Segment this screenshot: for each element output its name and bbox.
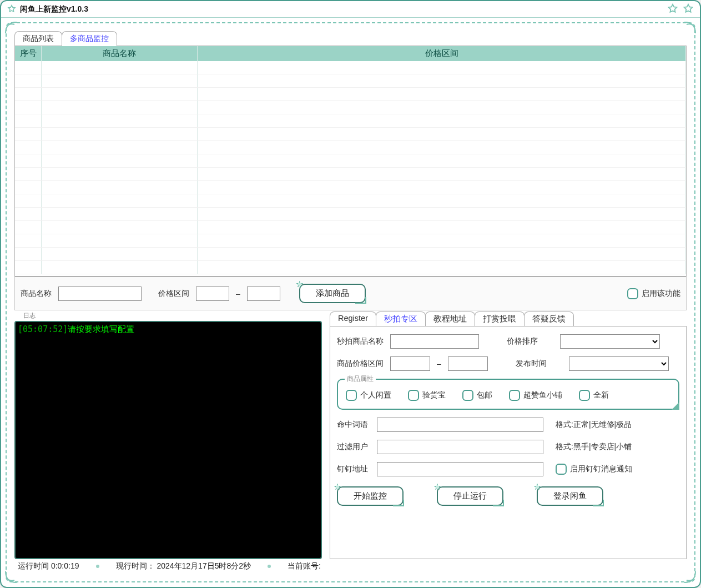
sub-tab-1[interactable]: 秒拍专区: [376, 311, 426, 326]
blocked-input[interactable]: [377, 440, 543, 454]
dingding-enable-label: 启用钉钉消息通知: [570, 464, 632, 474]
price-min-input[interactable]: [196, 287, 229, 301]
snap-name-input[interactable]: [390, 334, 479, 349]
price-max-input[interactable]: [247, 287, 280, 301]
snap-price-min-input[interactable]: [390, 356, 430, 371]
dash: –: [437, 359, 441, 368]
now-value: 2024年12月17日5时8分2秒: [157, 561, 251, 570]
runtime-value: 0:0:0:19: [51, 561, 79, 570]
runtime-label: 运行时间: [18, 561, 49, 570]
filter-label: 个人闲置: [360, 390, 391, 400]
checkbox-icon: [556, 464, 567, 475]
table-row[interactable]: [15, 74, 686, 88]
checkbox-icon: [509, 390, 520, 401]
table-row[interactable]: [15, 181, 686, 194]
table-row[interactable]: [15, 208, 686, 221]
titlebar: 闲鱼上新监控v1.0.3: [1, 1, 700, 18]
sub-tab-2[interactable]: 教程地址: [425, 311, 475, 326]
table-row[interactable]: [15, 194, 686, 208]
name-label: 商品名称: [21, 289, 52, 299]
enable-feature-checkbox[interactable]: 启用该功能: [627, 288, 680, 299]
sub-tab-3[interactable]: 打赏投喂: [475, 311, 525, 326]
table-row[interactable]: [15, 88, 686, 101]
table-row[interactable]: [15, 141, 686, 154]
form-row-dingding: 钉钉地址 启用钉钉消息通知: [337, 462, 679, 476]
sub-tab-0[interactable]: Register: [330, 311, 376, 326]
filter-label: 包邮: [477, 390, 492, 400]
filter-group: 商品属性 个人闲置验货宝包邮超赞鱼小铺全新: [337, 379, 679, 410]
sort-select[interactable]: [560, 334, 660, 349]
keyword-hint: 格式:正常|无维修|极品: [556, 420, 632, 430]
decoration-icon: [680, 21, 697, 34]
window-controls: [667, 3, 694, 16]
table-row[interactable]: [15, 101, 686, 114]
filter-legend: 商品属性: [345, 374, 376, 384]
right-tabs: Register秒拍专区教程地址打赏投喂答疑反馈: [330, 311, 687, 326]
add-product-button[interactable]: 添加商品: [299, 284, 366, 303]
table-row[interactable]: [15, 234, 686, 248]
product-name-input[interactable]: [58, 287, 142, 301]
filter-option-4[interactable]: 全新: [579, 390, 609, 401]
checkbox-icon: [346, 390, 357, 401]
stop-button[interactable]: 停止运行: [437, 486, 503, 506]
log-line: [05:07:52]请按要求填写配置: [18, 324, 319, 335]
table-row[interactable]: [15, 154, 686, 168]
keyword-input[interactable]: [377, 418, 543, 432]
snap-name-label: 秒拍商品名称: [337, 336, 384, 346]
separator-icon: [268, 565, 271, 568]
checkbox-icon: [462, 390, 473, 401]
checkbox-icon: [579, 390, 590, 401]
tab-1[interactable]: 多商品监控: [62, 31, 117, 46]
enable-label: 启用该功能: [642, 289, 680, 299]
account-label: 当前账号:: [288, 561, 321, 571]
time-select[interactable]: [569, 356, 669, 371]
filter-option-3[interactable]: 超赞鱼小铺: [509, 390, 562, 401]
table-header: 序号 商品名称 价格区间: [15, 46, 686, 61]
dingding-enable-checkbox[interactable]: 启用钉钉消息通知: [556, 464, 632, 475]
table-row[interactable]: [15, 61, 686, 74]
bottom-area: 日志 [05:07:52]请按要求填写配置 Register秒拍专区教程地址打赏…: [14, 311, 687, 559]
keyword-label: 命中词语: [337, 420, 370, 430]
table-row[interactable]: [15, 248, 686, 261]
window-title: 闲鱼上新监控v1.0.3: [20, 4, 667, 14]
table-row[interactable]: [15, 261, 686, 274]
product-table: 序号 商品名称 价格区间: [14, 46, 687, 277]
separator-icon: [96, 565, 99, 568]
now: 现行时间： 2024年12月17日5时8分2秒: [116, 561, 251, 571]
decoration-icon: [4, 21, 21, 34]
table-row[interactable]: [15, 221, 686, 234]
right-panel: Register秒拍专区教程地址打赏投喂答疑反馈 秒拍商品名称 价格排序 商品价…: [330, 311, 687, 559]
top-tabs: 商品列表多商品监控: [14, 31, 687, 46]
dingding-input[interactable]: [377, 462, 543, 476]
log-console[interactable]: [05:07:52]请按要求填写配置: [14, 321, 322, 559]
table-body[interactable]: [15, 61, 686, 276]
filter-option-1[interactable]: 验货宝: [408, 390, 446, 401]
now-label: 现行时间：: [116, 561, 155, 570]
filter-option-0[interactable]: 个人闲置: [346, 390, 391, 401]
app-icon: [7, 4, 17, 14]
filter-option-2[interactable]: 包邮: [462, 390, 492, 401]
table-row[interactable]: [15, 128, 686, 141]
dingding-label: 钉钉地址: [337, 464, 370, 474]
filter-label: 全新: [593, 390, 609, 400]
col-index[interactable]: 序号: [15, 46, 42, 61]
login-button[interactable]: 登录闲鱼: [537, 486, 603, 506]
start-monitor-button[interactable]: 开始监控: [337, 486, 404, 506]
sub-tab-4[interactable]: 答疑反馈: [524, 311, 574, 326]
tab-0[interactable]: 商品列表: [14, 31, 62, 46]
table-row[interactable]: [15, 168, 686, 181]
decoration-icon: [680, 570, 697, 584]
minimize-icon[interactable]: [667, 3, 679, 16]
snap-price-max-input[interactable]: [448, 356, 488, 371]
add-bar: 商品名称 价格区间 – 添加商品 启用该功能: [14, 277, 687, 310]
table-row[interactable]: [15, 114, 686, 128]
col-price[interactable]: 价格区间: [198, 46, 686, 61]
snap-price-label: 商品价格区间: [337, 359, 384, 369]
col-name[interactable]: 商品名称: [42, 46, 198, 61]
time-label: 发布时间: [516, 359, 562, 369]
form-row-keyword: 命中词语 格式:正常|无维修|极品: [337, 418, 679, 432]
log-section-label: 日志: [23, 311, 322, 320]
decoration-icon: [4, 570, 21, 584]
content-frame: 商品列表多商品监控 序号 商品名称 价格区间 商品名称 价格区间 – 添加商品 …: [6, 22, 695, 582]
close-icon[interactable]: [682, 3, 694, 16]
